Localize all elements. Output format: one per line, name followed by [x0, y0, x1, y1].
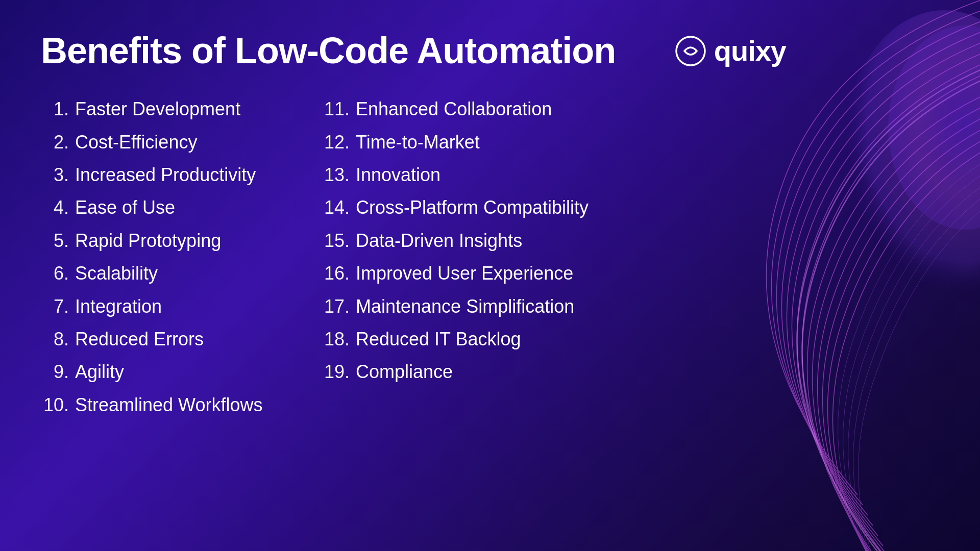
item-text: Innovation [356, 162, 440, 188]
item-text: Rapid Prototyping [75, 228, 221, 254]
page-header: Benefits of Low-Code Automation quixy [41, 31, 939, 71]
item-text: Increased Productivity [75, 162, 256, 188]
page-background: Benefits of Low-Code Automation quixy 1.… [0, 0, 980, 551]
list-item: 3.Increased Productivity [41, 162, 322, 188]
svg-point-2 [676, 37, 705, 65]
item-number: 2. [41, 130, 69, 155]
item-number: 15. [322, 228, 350, 254]
list-item: 13.Innovation [322, 162, 602, 188]
item-number: 17. [322, 294, 350, 319]
item-text: Scalability [75, 261, 158, 286]
item-number: 10. [41, 392, 69, 418]
main-content: Benefits of Low-Code Automation quixy 1.… [0, 0, 980, 450]
page-title: Benefits of Low-Code Automation [41, 31, 616, 71]
item-text: Agility [75, 359, 124, 385]
list-column-1: 1.Faster Development2.Cost-Efficiency3.I… [41, 96, 322, 425]
item-number: 19. [322, 359, 350, 385]
item-number: 12. [322, 130, 350, 155]
item-number: 7. [41, 294, 69, 319]
list-item: 19.Compliance [322, 359, 602, 385]
item-number: 5. [41, 228, 69, 254]
item-text: Enhanced Collaboration [356, 96, 552, 122]
list-item: 5.Rapid Prototyping [41, 228, 322, 254]
list-item: 18.Reduced IT Backlog [322, 327, 602, 352]
list-item: 8.Reduced Errors [41, 327, 322, 352]
item-text: Time-to-Market [356, 130, 480, 155]
item-number: 6. [41, 261, 69, 286]
item-number: 8. [41, 327, 69, 352]
item-text: Cross-Platform Compatibility [356, 195, 589, 220]
item-number: 18. [322, 327, 350, 352]
list-item: 17.Maintenance Simplification [322, 294, 602, 319]
list-item: 10.Streamlined Workflows [41, 392, 322, 418]
item-number: 14. [322, 195, 350, 220]
list-item: 14.Cross-Platform Compatibility [322, 195, 602, 220]
list-item: 6.Scalability [41, 261, 322, 286]
list-item: 16.Improved User Experience [322, 261, 602, 286]
benefits-lists: 1.Faster Development2.Cost-Efficiency3.I… [41, 96, 939, 425]
item-number: 3. [41, 162, 69, 188]
list-item: 11.Enhanced Collaboration [322, 96, 602, 122]
quixy-logo-icon [675, 36, 706, 66]
item-text: Maintenance Simplification [356, 294, 574, 319]
quixy-logo-text: quixy [714, 34, 786, 67]
item-number: 9. [41, 359, 69, 385]
item-text: Compliance [356, 359, 453, 385]
list-item: 9.Agility [41, 359, 322, 385]
item-text: Faster Development [75, 96, 240, 122]
list-item: 4.Ease of Use [41, 195, 322, 220]
list-item: 2.Cost-Efficiency [41, 130, 322, 155]
item-number: 16. [322, 261, 350, 286]
item-text: Ease of Use [75, 195, 175, 220]
list-item: 7.Integration [41, 294, 322, 319]
item-number: 11. [322, 96, 350, 122]
item-number: 4. [41, 195, 69, 220]
list-item: 12.Time-to-Market [322, 130, 602, 155]
item-text: Integration [75, 294, 162, 319]
item-text: Streamlined Workflows [75, 392, 262, 418]
list-item: 1.Faster Development [41, 96, 322, 122]
item-number: 1. [41, 96, 69, 122]
item-text: Reduced IT Backlog [356, 327, 521, 352]
item-text: Reduced Errors [75, 327, 204, 352]
list-item: 15.Data-Driven Insights [322, 228, 602, 254]
item-text: Data-Driven Insights [356, 228, 522, 254]
logo-area: quixy [675, 34, 786, 67]
item-text: Cost-Efficiency [75, 130, 197, 155]
item-text: Improved User Experience [356, 261, 573, 286]
item-number: 13. [322, 162, 350, 188]
list-column-2: 11.Enhanced Collaboration12.Time-to-Mark… [322, 96, 602, 425]
